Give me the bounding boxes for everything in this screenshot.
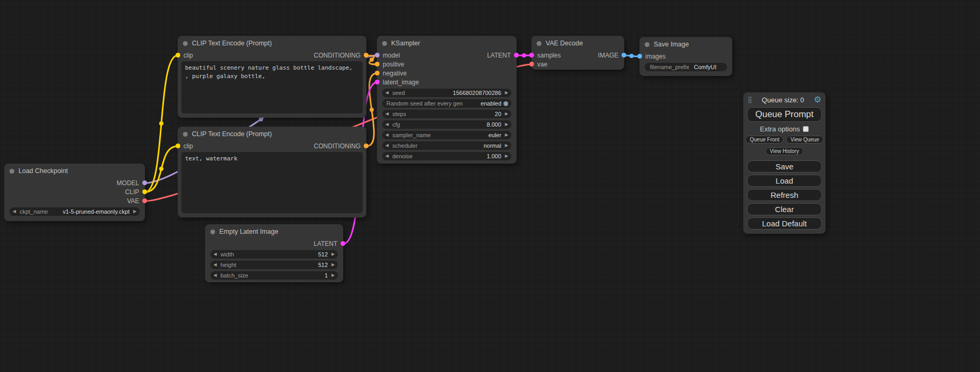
widget-value: 512	[318, 251, 327, 257]
input-slot-negative[interactable]	[375, 71, 380, 75]
node-title-text: VAE Decode	[546, 40, 583, 47]
refresh-button[interactable]: Refresh	[747, 189, 822, 201]
output-slot-conditioning[interactable]	[364, 144, 368, 148]
node-title-bar[interactable]: Save Image	[639, 37, 732, 52]
drag-handle-icon[interactable]: ⣿	[748, 96, 752, 103]
history-row: View History	[743, 146, 826, 155]
output-slot-clip[interactable]	[142, 189, 147, 194]
node-title-bar[interactable]: KSampler	[377, 36, 517, 51]
collapse-dot-icon[interactable]	[210, 230, 215, 234]
node-graph-canvas[interactable]: Load Checkpoint MODEL CLIP VAE ◀ ckpt_na…	[0, 0, 980, 372]
input-slot-positive[interactable]	[375, 62, 380, 66]
output-slot-latent[interactable]	[341, 241, 345, 246]
scheduler-widget[interactable]: ◀ scheduler normal ▶	[382, 141, 511, 150]
output-slot-image[interactable]	[622, 53, 626, 58]
decrement-arrow-icon[interactable]: ◀	[385, 144, 389, 148]
node-ksampler[interactable]: KSampler model LATENT positive negative …	[377, 36, 517, 164]
node-load-checkpoint[interactable]: Load Checkpoint MODEL CLIP VAE ◀ ckpt_na…	[4, 164, 145, 221]
save-button[interactable]: Save	[747, 160, 822, 173]
input-slot-clip[interactable]	[176, 144, 180, 148]
increment-arrow-icon[interactable]: ▶	[133, 209, 137, 214]
decrement-arrow-icon[interactable]: ◀	[385, 112, 389, 116]
decrement-arrow-icon[interactable]: ◀	[214, 273, 217, 278]
node-title-bar[interactable]: VAE Decode	[531, 36, 624, 51]
denoise-widget[interactable]: ◀ denoise 1.000 ▶	[382, 152, 511, 160]
node-title-bar[interactable]: CLIP Text Encode (Prompt)	[178, 127, 366, 141]
decrement-arrow-icon[interactable]: ◀	[214, 263, 217, 267]
node-clip-text-encode-negative[interactable]: CLIP Text Encode (Prompt) clip CONDITION…	[178, 127, 366, 217]
node-title-bar[interactable]: Empty Latent Image	[205, 224, 343, 239]
node-empty-latent-image[interactable]: Empty Latent Image LATENT ◀ width 512 ▶ …	[205, 224, 343, 282]
extra-options-checkbox[interactable]	[803, 126, 809, 132]
ckpt-name-widget[interactable]: ◀ ckpt_name v1-5-pruned-emaonly.ckpt ▶	[9, 207, 140, 216]
decrement-arrow-icon[interactable]: ◀	[385, 133, 389, 137]
node-title-bar[interactable]: CLIP Text Encode (Prompt)	[178, 36, 366, 51]
width-widget[interactable]: ◀ width 512 ▶	[210, 250, 338, 259]
collapse-dot-icon[interactable]	[183, 132, 188, 137]
height-widget[interactable]: ◀ height 512 ▶	[210, 261, 338, 269]
filename-prefix-widget[interactable]: filename_prefix ComfyUI	[645, 63, 727, 71]
collapse-dot-icon[interactable]	[9, 169, 14, 174]
toggle-dot-icon[interactable]	[503, 101, 508, 106]
input-slot-latent-image[interactable]	[375, 80, 380, 84]
sampler-name-widget[interactable]: ◀ sampler_name euler ▶	[382, 131, 511, 139]
input-slot-vae[interactable]	[529, 62, 534, 66]
output-slot-latent[interactable]	[514, 53, 519, 58]
decrement-arrow-icon[interactable]: ◀	[214, 252, 217, 256]
settings-gear-icon[interactable]: ⚙	[814, 96, 821, 104]
increment-arrow-icon[interactable]: ▶	[505, 144, 508, 148]
output-slot-conditioning[interactable]	[364, 53, 368, 58]
decrement-arrow-icon[interactable]: ◀	[385, 122, 389, 127]
collapse-dot-icon[interactable]	[537, 41, 541, 46]
input-row-negative: negative	[377, 69, 517, 78]
increment-arrow-icon[interactable]: ▶	[332, 252, 335, 256]
output-slot-model[interactable]	[142, 180, 147, 185]
widget-value: 20	[495, 111, 501, 117]
steps-widget[interactable]: ◀ steps 20 ▶	[382, 110, 511, 118]
node-vae-decode[interactable]: VAE Decode samples IMAGE vae	[531, 36, 624, 70]
output-slot-vae[interactable]	[142, 198, 147, 203]
clear-button[interactable]: Clear	[747, 203, 822, 215]
input-label: images	[645, 53, 666, 60]
increment-arrow-icon[interactable]: ▶	[332, 263, 335, 267]
node-clip-text-encode-positive[interactable]: CLIP Text Encode (Prompt) clip CONDITION…	[178, 36, 366, 118]
view-queue-button[interactable]: View Queue	[786, 136, 823, 144]
batch-size-widget[interactable]: ◀ batch_size 1 ▶	[210, 271, 338, 280]
view-history-button[interactable]: View History	[765, 147, 803, 155]
increment-arrow-icon[interactable]: ▶	[505, 122, 508, 127]
cfg-widget[interactable]: ◀ cfg 8.000 ▶	[382, 120, 511, 129]
prompt-text-positive[interactable]: beautiful scenery nature glass bottle la…	[181, 61, 363, 113]
random-seed-toggle-widget[interactable]: Random seed after every gen enabled	[382, 99, 511, 108]
increment-arrow-icon[interactable]: ▶	[505, 91, 508, 95]
collapse-dot-icon[interactable]	[645, 42, 649, 47]
queue-front-button[interactable]: Queue Front	[745, 136, 783, 144]
increment-arrow-icon[interactable]: ▶	[332, 273, 335, 278]
input-label: negative	[383, 70, 406, 77]
node-title-text: KSampler	[391, 40, 420, 47]
collapse-dot-icon[interactable]	[382, 41, 387, 46]
load-button[interactable]: Load	[747, 175, 822, 187]
increment-arrow-icon[interactable]: ▶	[505, 133, 508, 137]
queue-prompt-button[interactable]: Queue Prompt	[747, 107, 822, 122]
decrement-arrow-icon[interactable]: ◀	[385, 154, 389, 158]
seed-widget[interactable]: ◀ seed 156680208700286 ▶	[382, 89, 511, 97]
widget-value: 8.000	[487, 121, 501, 128]
node-title-bar[interactable]: Load Checkpoint	[4, 164, 145, 178]
decrement-arrow-icon[interactable]: ◀	[13, 209, 16, 214]
widget-label: batch_size	[220, 272, 248, 279]
node-title-text: Load Checkpoint	[18, 167, 68, 175]
wire-conditioning-negative-dot	[370, 108, 374, 112]
input-slot-samples[interactable]	[529, 53, 534, 58]
input-slot-images[interactable]	[637, 54, 642, 59]
input-slot-model[interactable]	[375, 53, 380, 58]
node-save-image[interactable]: Save Image images filename_prefix ComfyU…	[639, 37, 732, 76]
input-slot-clip[interactable]	[176, 53, 180, 58]
prompt-text-negative[interactable]: text, watermark	[181, 152, 363, 213]
wire-clip-positive-dot	[159, 121, 163, 126]
load-default-button[interactable]: Load Default	[747, 217, 822, 230]
output-label: LATENT	[314, 240, 337, 247]
collapse-dot-icon[interactable]	[183, 41, 188, 46]
increment-arrow-icon[interactable]: ▶	[505, 154, 508, 158]
increment-arrow-icon[interactable]: ▶	[505, 112, 508, 116]
decrement-arrow-icon[interactable]: ◀	[385, 91, 389, 95]
